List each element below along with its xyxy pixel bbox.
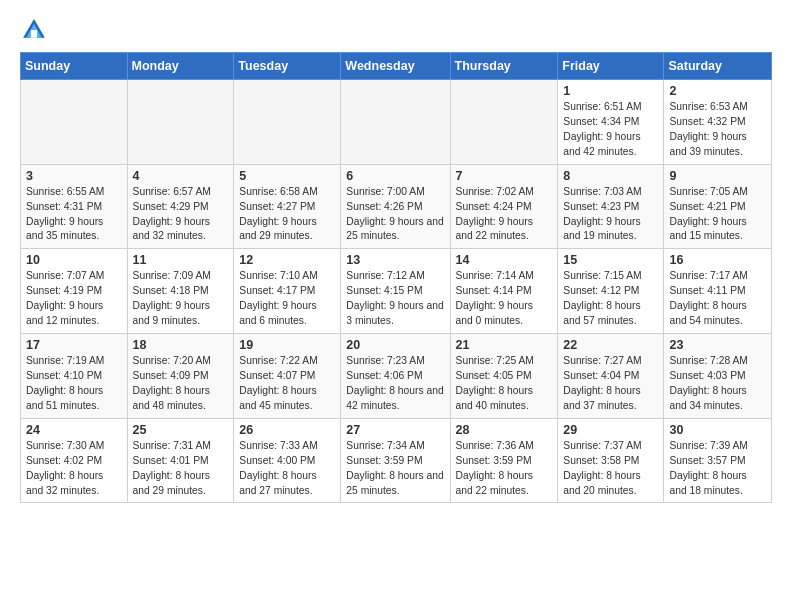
day-info: Sunrise: 7:27 AM Sunset: 4:04 PM Dayligh… — [563, 354, 658, 414]
day-number: 15 — [563, 253, 658, 267]
calendar-cell: 4Sunrise: 6:57 AM Sunset: 4:29 PM Daylig… — [127, 164, 234, 249]
calendar-cell: 20Sunrise: 7:23 AM Sunset: 4:06 PM Dayli… — [341, 334, 450, 419]
day-info: Sunrise: 7:05 AM Sunset: 4:21 PM Dayligh… — [669, 185, 766, 245]
day-number: 17 — [26, 338, 122, 352]
day-info: Sunrise: 7:25 AM Sunset: 4:05 PM Dayligh… — [456, 354, 553, 414]
day-info: Sunrise: 7:22 AM Sunset: 4:07 PM Dayligh… — [239, 354, 335, 414]
day-number: 24 — [26, 423, 122, 437]
calendar-cell: 19Sunrise: 7:22 AM Sunset: 4:07 PM Dayli… — [234, 334, 341, 419]
calendar-cell: 5Sunrise: 6:58 AM Sunset: 4:27 PM Daylig… — [234, 164, 341, 249]
calendar-cell: 22Sunrise: 7:27 AM Sunset: 4:04 PM Dayli… — [558, 334, 664, 419]
header — [20, 16, 772, 44]
day-info: Sunrise: 7:15 AM Sunset: 4:12 PM Dayligh… — [563, 269, 658, 329]
calendar-week-2: 3Sunrise: 6:55 AM Sunset: 4:31 PM Daylig… — [21, 164, 772, 249]
day-info: Sunrise: 7:00 AM Sunset: 4:26 PM Dayligh… — [346, 185, 444, 245]
day-info: Sunrise: 7:33 AM Sunset: 4:00 PM Dayligh… — [239, 439, 335, 499]
day-info: Sunrise: 7:10 AM Sunset: 4:17 PM Dayligh… — [239, 269, 335, 329]
calendar-cell — [341, 80, 450, 165]
calendar-cell: 7Sunrise: 7:02 AM Sunset: 4:24 PM Daylig… — [450, 164, 558, 249]
calendar-cell: 18Sunrise: 7:20 AM Sunset: 4:09 PM Dayli… — [127, 334, 234, 419]
day-number: 2 — [669, 84, 766, 98]
day-number: 1 — [563, 84, 658, 98]
calendar-cell: 10Sunrise: 7:07 AM Sunset: 4:19 PM Dayli… — [21, 249, 128, 334]
calendar-week-1: 1Sunrise: 6:51 AM Sunset: 4:34 PM Daylig… — [21, 80, 772, 165]
calendar-week-4: 17Sunrise: 7:19 AM Sunset: 4:10 PM Dayli… — [21, 334, 772, 419]
calendar-cell: 23Sunrise: 7:28 AM Sunset: 4:03 PM Dayli… — [664, 334, 772, 419]
calendar-header-tuesday: Tuesday — [234, 53, 341, 80]
calendar-header-thursday: Thursday — [450, 53, 558, 80]
svg-marker-2 — [31, 30, 37, 38]
calendar-cell: 27Sunrise: 7:34 AM Sunset: 3:59 PM Dayli… — [341, 418, 450, 503]
day-number: 14 — [456, 253, 553, 267]
day-info: Sunrise: 7:07 AM Sunset: 4:19 PM Dayligh… — [26, 269, 122, 329]
logo-icon — [20, 16, 48, 44]
calendar-cell: 21Sunrise: 7:25 AM Sunset: 4:05 PM Dayli… — [450, 334, 558, 419]
day-number: 13 — [346, 253, 444, 267]
day-number: 10 — [26, 253, 122, 267]
day-info: Sunrise: 7:34 AM Sunset: 3:59 PM Dayligh… — [346, 439, 444, 499]
day-info: Sunrise: 6:55 AM Sunset: 4:31 PM Dayligh… — [26, 185, 122, 245]
day-number: 4 — [133, 169, 229, 183]
day-info: Sunrise: 7:14 AM Sunset: 4:14 PM Dayligh… — [456, 269, 553, 329]
day-number: 8 — [563, 169, 658, 183]
calendar-cell: 6Sunrise: 7:00 AM Sunset: 4:26 PM Daylig… — [341, 164, 450, 249]
day-info: Sunrise: 7:37 AM Sunset: 3:58 PM Dayligh… — [563, 439, 658, 499]
day-info: Sunrise: 7:09 AM Sunset: 4:18 PM Dayligh… — [133, 269, 229, 329]
day-number: 25 — [133, 423, 229, 437]
calendar-cell: 16Sunrise: 7:17 AM Sunset: 4:11 PM Dayli… — [664, 249, 772, 334]
calendar-cell: 2Sunrise: 6:53 AM Sunset: 4:32 PM Daylig… — [664, 80, 772, 165]
calendar-header-saturday: Saturday — [664, 53, 772, 80]
calendar-table: SundayMondayTuesdayWednesdayThursdayFrid… — [20, 52, 772, 503]
calendar-cell: 24Sunrise: 7:30 AM Sunset: 4:02 PM Dayli… — [21, 418, 128, 503]
day-info: Sunrise: 7:39 AM Sunset: 3:57 PM Dayligh… — [669, 439, 766, 499]
calendar-cell: 25Sunrise: 7:31 AM Sunset: 4:01 PM Dayli… — [127, 418, 234, 503]
day-info: Sunrise: 6:53 AM Sunset: 4:32 PM Dayligh… — [669, 100, 766, 160]
calendar-cell: 3Sunrise: 6:55 AM Sunset: 4:31 PM Daylig… — [21, 164, 128, 249]
day-info: Sunrise: 7:28 AM Sunset: 4:03 PM Dayligh… — [669, 354, 766, 414]
calendar-cell: 26Sunrise: 7:33 AM Sunset: 4:00 PM Dayli… — [234, 418, 341, 503]
calendar-cell: 29Sunrise: 7:37 AM Sunset: 3:58 PM Dayli… — [558, 418, 664, 503]
day-number: 9 — [669, 169, 766, 183]
calendar-cell: 13Sunrise: 7:12 AM Sunset: 4:15 PM Dayli… — [341, 249, 450, 334]
logo — [20, 16, 50, 44]
day-info: Sunrise: 6:51 AM Sunset: 4:34 PM Dayligh… — [563, 100, 658, 160]
day-info: Sunrise: 7:30 AM Sunset: 4:02 PM Dayligh… — [26, 439, 122, 499]
day-info: Sunrise: 7:36 AM Sunset: 3:59 PM Dayligh… — [456, 439, 553, 499]
calendar-cell: 11Sunrise: 7:09 AM Sunset: 4:18 PM Dayli… — [127, 249, 234, 334]
day-info: Sunrise: 6:57 AM Sunset: 4:29 PM Dayligh… — [133, 185, 229, 245]
calendar-cell — [234, 80, 341, 165]
day-info: Sunrise: 7:02 AM Sunset: 4:24 PM Dayligh… — [456, 185, 553, 245]
calendar-cell: 9Sunrise: 7:05 AM Sunset: 4:21 PM Daylig… — [664, 164, 772, 249]
day-info: Sunrise: 7:12 AM Sunset: 4:15 PM Dayligh… — [346, 269, 444, 329]
day-number: 5 — [239, 169, 335, 183]
day-info: Sunrise: 7:20 AM Sunset: 4:09 PM Dayligh… — [133, 354, 229, 414]
calendar-cell: 28Sunrise: 7:36 AM Sunset: 3:59 PM Dayli… — [450, 418, 558, 503]
day-number: 12 — [239, 253, 335, 267]
calendar-cell: 12Sunrise: 7:10 AM Sunset: 4:17 PM Dayli… — [234, 249, 341, 334]
calendar-cell: 1Sunrise: 6:51 AM Sunset: 4:34 PM Daylig… — [558, 80, 664, 165]
page: SundayMondayTuesdayWednesdayThursdayFrid… — [0, 0, 792, 513]
calendar-cell — [127, 80, 234, 165]
day-info: Sunrise: 7:19 AM Sunset: 4:10 PM Dayligh… — [26, 354, 122, 414]
calendar-cell — [21, 80, 128, 165]
day-info: Sunrise: 7:23 AM Sunset: 4:06 PM Dayligh… — [346, 354, 444, 414]
day-number: 11 — [133, 253, 229, 267]
day-info: Sunrise: 6:58 AM Sunset: 4:27 PM Dayligh… — [239, 185, 335, 245]
day-number: 19 — [239, 338, 335, 352]
day-number: 3 — [26, 169, 122, 183]
day-number: 23 — [669, 338, 766, 352]
calendar-cell: 8Sunrise: 7:03 AM Sunset: 4:23 PM Daylig… — [558, 164, 664, 249]
day-number: 30 — [669, 423, 766, 437]
day-number: 29 — [563, 423, 658, 437]
calendar-cell: 15Sunrise: 7:15 AM Sunset: 4:12 PM Dayli… — [558, 249, 664, 334]
calendar-cell — [450, 80, 558, 165]
calendar-cell: 14Sunrise: 7:14 AM Sunset: 4:14 PM Dayli… — [450, 249, 558, 334]
day-number: 6 — [346, 169, 444, 183]
day-number: 7 — [456, 169, 553, 183]
day-info: Sunrise: 7:17 AM Sunset: 4:11 PM Dayligh… — [669, 269, 766, 329]
calendar-week-5: 24Sunrise: 7:30 AM Sunset: 4:02 PM Dayli… — [21, 418, 772, 503]
calendar-header-wednesday: Wednesday — [341, 53, 450, 80]
day-number: 22 — [563, 338, 658, 352]
calendar-header-monday: Monday — [127, 53, 234, 80]
calendar-header-sunday: Sunday — [21, 53, 128, 80]
